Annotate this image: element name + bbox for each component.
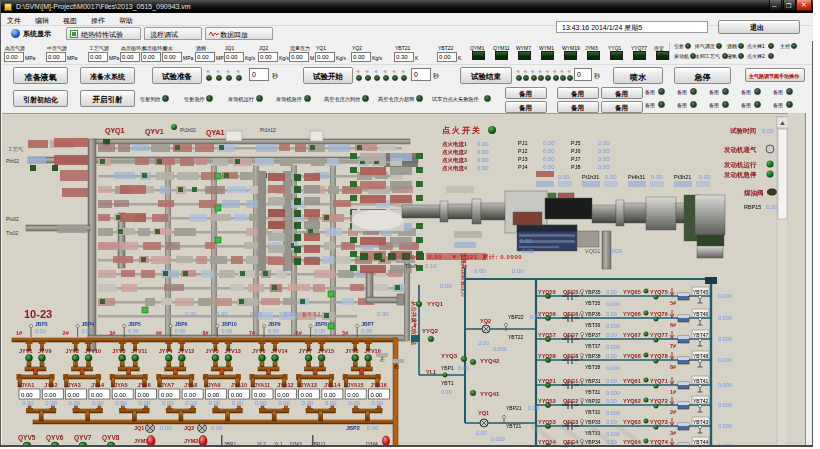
svg-text:0.000: 0.000 bbox=[606, 410, 620, 416]
svg-text:QYA1: QYA1 bbox=[206, 129, 225, 137]
svg-text:0.00: 0.00 bbox=[598, 156, 610, 162]
svg-text:JBP9: JBP9 bbox=[268, 321, 281, 327]
svg-text:JYA6: JYA6 bbox=[138, 382, 151, 388]
svg-text:JYV15: JYV15 bbox=[318, 348, 335, 354]
svg-text:0.00: 0.00 bbox=[766, 204, 778, 210]
svg-text:YBP1: YBP1 bbox=[441, 365, 454, 371]
svg-text:8#: 8# bbox=[202, 330, 208, 336]
svg-text:Pt1h12: Pt1h12 bbox=[260, 127, 276, 133]
svg-text:2#: 2# bbox=[670, 409, 676, 415]
svg-text:QYV5: QYV5 bbox=[18, 434, 36, 442]
svg-text:JQ1: JQ1 bbox=[134, 425, 144, 431]
svg-text:0.00: 0.00 bbox=[185, 311, 197, 317]
svg-text:JYA7: JYA7 bbox=[161, 382, 174, 388]
svg-text:PJ1: PJ1 bbox=[518, 140, 527, 146]
svg-text:QSG1↓: QSG1↓ bbox=[563, 378, 581, 384]
svg-text:0.00: 0.00 bbox=[377, 311, 389, 317]
svg-text:0.00: 0.00 bbox=[477, 141, 489, 147]
svg-text:0.00: 0.00 bbox=[476, 430, 487, 436]
svg-text:0.00: 0.00 bbox=[543, 148, 555, 154]
svg-text:JYV1: JYV1 bbox=[19, 348, 32, 354]
svg-text:0.00: 0.00 bbox=[278, 400, 290, 406]
svg-text:右: 右 bbox=[394, 363, 399, 369]
svg-text:0.00: 0.00 bbox=[302, 400, 314, 406]
svg-text:0.00: 0.00 bbox=[208, 400, 220, 406]
svg-text:JYV2: JYV2 bbox=[66, 348, 79, 354]
svg-text:QYV8: QYV8 bbox=[102, 434, 120, 442]
svg-text:发动机通气: 发动机通气 bbox=[723, 146, 757, 154]
svg-text:RBP15: RBP15 bbox=[744, 204, 761, 210]
svg-text:QSG5↓: QSG5↓ bbox=[563, 289, 581, 295]
svg-text:YBT44: YBT44 bbox=[693, 439, 709, 445]
svg-text:JYV9: JYV9 bbox=[38, 348, 51, 354]
svg-text:0.00: 0.00 bbox=[221, 328, 232, 334]
svg-text:JBP3: JBP3 bbox=[35, 321, 48, 327]
svg-text:0.00: 0.00 bbox=[91, 392, 103, 398]
svg-text:QYV1: QYV1 bbox=[145, 128, 164, 136]
svg-text:0.00: 0.00 bbox=[347, 392, 359, 398]
svg-text:JYV14: JYV14 bbox=[271, 348, 288, 354]
svg-text:YBT21: YBT21 bbox=[506, 423, 522, 429]
svg-text:JBP6: JBP6 bbox=[175, 321, 188, 327]
svg-text:YYQ41: YYQ41 bbox=[480, 391, 500, 397]
svg-text:0.000: 0.000 bbox=[606, 344, 620, 350]
svg-text:Pt1h31: Pt1h31 bbox=[582, 174, 599, 180]
svg-text:0.00: 0.00 bbox=[598, 140, 610, 146]
svg-text:JYA15: JYA15 bbox=[347, 382, 363, 388]
svg-text:煤油阀: 煤油阀 bbox=[743, 189, 764, 197]
svg-text:0.00: 0.00 bbox=[458, 365, 469, 371]
svg-text:YYQ71: YYQ71 bbox=[650, 378, 668, 384]
svg-text:JYA13: JYA13 bbox=[301, 382, 317, 388]
svg-text:0.00: 0.00 bbox=[69, 400, 81, 406]
svg-text:0.00: 0.00 bbox=[558, 174, 570, 180]
svg-text:JYA1: JYA1 bbox=[21, 382, 34, 388]
svg-text:0.00: 0.00 bbox=[477, 165, 489, 171]
svg-text:JBP5: JBP5 bbox=[128, 321, 141, 327]
svg-text:0.00: 0.00 bbox=[699, 174, 711, 180]
svg-text:PJ6: PJ6 bbox=[571, 148, 580, 154]
svg-text:0.00: 0.00 bbox=[324, 392, 336, 398]
svg-text:QYV7: QYV7 bbox=[74, 434, 92, 442]
svg-text:0.00: 0.00 bbox=[606, 398, 617, 404]
svg-text:0.00: 0.00 bbox=[255, 400, 267, 406]
svg-text:JYA2: JYA2 bbox=[44, 382, 57, 388]
svg-text:0.00: 0.00 bbox=[128, 328, 139, 334]
svg-text:JBP10: JBP10 bbox=[221, 321, 237, 327]
svg-text:YBT36: YBT36 bbox=[585, 322, 601, 328]
svg-text:0.00: 0.00 bbox=[606, 332, 617, 338]
svg-text:Pth02: Pth02 bbox=[6, 158, 19, 164]
svg-text:0.00: 0.00 bbox=[35, 328, 46, 334]
svg-text:YL1: YL1 bbox=[426, 369, 436, 375]
svg-text:YBT41: YBT41 bbox=[693, 378, 709, 384]
svg-text:YYQ55: YYQ55 bbox=[538, 289, 556, 295]
svg-text:0.00: 0.00 bbox=[160, 425, 172, 431]
svg-text:0.00: 0.00 bbox=[478, 340, 489, 346]
svg-text:1#: 1# bbox=[16, 330, 22, 336]
svg-text:6#: 6# bbox=[670, 322, 676, 328]
svg-text:0.00: 0.00 bbox=[315, 328, 326, 334]
svg-text:0.00: 0.00 bbox=[207, 392, 219, 398]
svg-text:YYQ1: YYQ1 bbox=[427, 301, 444, 307]
svg-text:YBT38: YBT38 bbox=[585, 364, 601, 370]
svg-text:YQ1: YQ1 bbox=[478, 410, 489, 416]
svg-text:Pt1h02: Pt1h02 bbox=[180, 127, 196, 133]
svg-text:YBP37: YBP37 bbox=[585, 332, 601, 338]
svg-text:0.00: 0.00 bbox=[44, 392, 56, 398]
svg-text:JYV4: JYV4 bbox=[159, 348, 173, 354]
svg-text:10-23: 10-23 bbox=[24, 308, 52, 320]
svg-text:PJ3: PJ3 bbox=[518, 156, 527, 162]
svg-text:JYA8: JYA8 bbox=[184, 382, 197, 388]
svg-text:7#: 7# bbox=[670, 343, 676, 349]
svg-text:点火电流1: 点火电流1 bbox=[442, 141, 467, 148]
svg-text:0.00: 0.00 bbox=[440, 283, 452, 289]
svg-text:0.00: 0.00 bbox=[348, 400, 360, 406]
svg-text:3#: 3# bbox=[670, 430, 676, 436]
svg-text:0.00: 0.00 bbox=[528, 405, 539, 411]
svg-text:YYQ73: YYQ73 bbox=[650, 419, 668, 425]
svg-text:PJ8: PJ8 bbox=[571, 164, 580, 170]
svg-text:JBP4: JBP4 bbox=[82, 321, 95, 327]
svg-text:0.00: 0.00 bbox=[162, 400, 174, 406]
svg-text:YBP21: YBP21 bbox=[506, 405, 522, 411]
svg-text:JYV5: JYV5 bbox=[205, 348, 218, 354]
svg-text:YBT46: YBT46 bbox=[693, 311, 709, 317]
